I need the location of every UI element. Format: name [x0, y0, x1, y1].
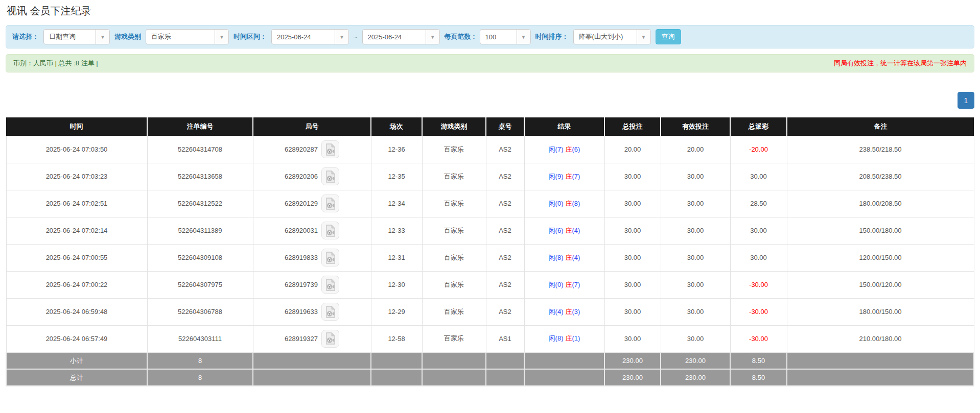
cell-round: 628920206	[253, 163, 371, 190]
cell-session: 12-58	[371, 325, 422, 352]
cell-table-no: AS2	[486, 217, 524, 244]
cell-bet-id: 522604306788	[147, 298, 253, 325]
summary-notice-text: 同局有效投注，统一计算在该局第一张注单内	[834, 59, 967, 68]
total-label: 总计	[6, 369, 147, 386]
result-player-points: (0)	[555, 281, 564, 288]
cell-bet-id: 522604313658	[147, 163, 253, 190]
cell-total-bet: 30.00	[604, 325, 661, 352]
result-banker-points: (7)	[572, 173, 580, 180]
cell-table-no: AS2	[486, 190, 524, 217]
sort-label: 时间排序：	[535, 32, 569, 41]
result-banker-points: (6)	[572, 145, 580, 153]
query-type-value: 日期查询	[44, 32, 96, 41]
chevron-down-icon: ▼	[215, 30, 228, 44]
cell-time: 2025-06-24 07:00:55	[6, 244, 147, 271]
result-banker-label: 庄	[566, 254, 572, 261]
cell-payout: -20.00	[730, 136, 787, 163]
cell-session: 12-29	[371, 298, 422, 325]
cell-result: 闲(7)庄(6)	[524, 136, 604, 163]
video-replay-button[interactable]	[321, 303, 339, 321]
cell-payout: 30.00	[730, 163, 787, 190]
cell-payout: 30.00	[730, 217, 787, 244]
date-to-value: 2025-06-24	[363, 33, 426, 41]
search-button[interactable]: 查询	[656, 29, 681, 44]
page-button-1[interactable]: 1	[958, 92, 974, 109]
video-replay-button[interactable]	[321, 249, 339, 266]
cell-bet-id: 522604312522	[147, 190, 253, 217]
col-header-valid-bet: 有效投注	[661, 117, 730, 136]
video-replay-button[interactable]	[321, 222, 339, 239]
page: 视讯 会员下注纪录 请选择： 日期查询 ▼ 游戏类别 百家乐 ▼ 时间区间： 2…	[0, 0, 980, 397]
result-banker-label: 庄	[566, 227, 572, 234]
cell-result: 闲(8)庄(4)	[524, 244, 604, 271]
result-banker-points: (4)	[572, 254, 580, 261]
col-header-session: 场次	[371, 117, 422, 136]
game-type-select[interactable]: 百家乐 ▼	[146, 29, 229, 44]
result-player-points: (9)	[555, 173, 564, 180]
cell-session: 12-34	[371, 190, 422, 217]
cell-time: 2025-06-24 07:03:50	[6, 136, 147, 163]
cell-game-type: 百家乐	[422, 244, 486, 271]
video-replay-button[interactable]	[321, 140, 339, 158]
cell-remark: 208.50/238.50	[787, 163, 974, 190]
cell-remark: 210.00/180.00	[787, 325, 974, 352]
cell-table-no: AS2	[486, 136, 524, 163]
cell-result: 闲(8)庄(1)	[524, 325, 604, 352]
date-from-select[interactable]: 2025-06-24 ▼	[271, 29, 349, 44]
cell-session: 12-31	[371, 244, 422, 271]
result-player-points: (8)	[555, 334, 564, 342]
video-file-icon	[325, 143, 336, 156]
cell-time: 2025-06-24 07:02:14	[6, 217, 147, 244]
cell-round: 628919327	[253, 325, 371, 352]
table-row: 2025-06-24 07:02:14 522604311389 6289200…	[6, 217, 974, 244]
page-size-select[interactable]: 100 ▼	[480, 29, 531, 44]
cell-valid-bet: 30.00	[661, 244, 730, 271]
subtotal-valid-bet: 230.00	[661, 352, 730, 369]
cell-bet-id: 522604303111	[147, 325, 253, 352]
col-header-bet-id: 注单编号	[147, 117, 253, 136]
result-player-label: 闲	[549, 281, 555, 288]
cell-valid-bet: 20.00	[661, 136, 730, 163]
video-file-icon	[325, 306, 336, 318]
sort-select[interactable]: 降幂(由大到小) ▼	[573, 29, 651, 44]
date-from-value: 2025-06-24	[272, 33, 335, 41]
result-player-label: 闲	[549, 254, 555, 261]
cell-game-type: 百家乐	[422, 190, 486, 217]
col-header-payout: 总派彩	[730, 117, 787, 136]
video-file-icon	[325, 332, 336, 345]
cell-round: 628919633	[253, 298, 371, 325]
result-player-points: (8)	[555, 254, 564, 261]
query-type-select[interactable]: 日期查询 ▼	[43, 29, 110, 44]
cell-bet-id: 522604311389	[147, 217, 253, 244]
result-banker-label: 庄	[566, 173, 572, 180]
cell-bet-id: 522604307975	[147, 271, 253, 298]
cell-table-no: AS1	[486, 325, 524, 352]
cell-remark: 180.00/150.00	[787, 298, 974, 325]
chevron-down-icon: ▼	[96, 30, 109, 44]
video-replay-button[interactable]	[321, 167, 339, 185]
result-banker-points: (8)	[572, 200, 580, 207]
cell-total-bet: 30.00	[604, 271, 661, 298]
video-replay-button[interactable]	[321, 195, 339, 212]
round-number: 628919739	[285, 281, 318, 288]
result-player-label: 闲	[549, 145, 555, 153]
cell-result: 闲(4)庄(3)	[524, 298, 604, 325]
result-banker-points: (1)	[572, 334, 580, 342]
page-title: 视讯 会员下注纪录	[7, 4, 974, 18]
cell-time: 2025-06-24 06:57:49	[6, 325, 147, 352]
video-replay-button[interactable]	[321, 330, 339, 348]
result-banker-label: 庄	[566, 281, 572, 288]
cell-time: 2025-06-24 07:00:22	[6, 271, 147, 298]
date-to-select[interactable]: 2025-06-24 ▼	[362, 29, 440, 44]
total-count: 8	[147, 369, 253, 386]
video-replay-button[interactable]	[321, 276, 339, 294]
cell-valid-bet: 30.00	[661, 325, 730, 352]
cell-game-type: 百家乐	[422, 217, 486, 244]
summary-currency-text: 币别：人民币 | 总共 :8 注单 |	[13, 59, 98, 68]
subtotal-payout: 8.50	[730, 352, 787, 369]
cell-session: 12-35	[371, 163, 422, 190]
cell-round: 628920287	[253, 136, 371, 163]
sort-value: 降幂(由大到小)	[574, 32, 637, 41]
cell-table-no: AS2	[486, 271, 524, 298]
round-number: 628919327	[285, 335, 318, 343]
